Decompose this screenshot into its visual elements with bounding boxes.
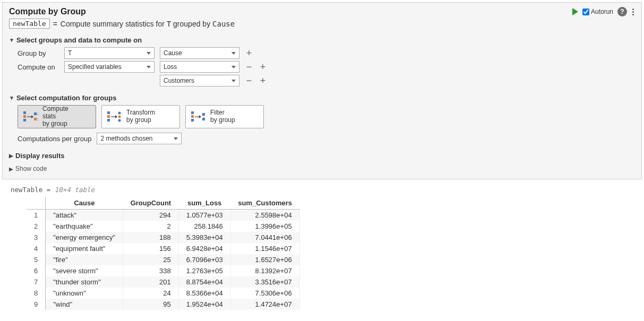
col-sumloss: sum_Loss (178, 197, 230, 210)
computeon-mode-select[interactable]: Specified variables (64, 61, 154, 73)
computeon-var2-remove-button[interactable]: − (245, 77, 253, 84)
computeon-var1-select[interactable]: Loss (160, 61, 239, 73)
output-table: Cause GroupCount sum_Loss sum_Customers … (27, 197, 300, 310)
autorun-text: Autorun (591, 8, 613, 15)
svg-rect-5 (34, 118, 37, 120)
groupby-table-select[interactable]: T (64, 47, 154, 59)
transform-icon (107, 110, 122, 123)
autorun-checkbox-label[interactable]: Autorun (582, 8, 613, 15)
svg-text:2: 2 (37, 112, 38, 116)
section-display-header[interactable]: ▶ Display results (9, 152, 635, 160)
output-header: newTable = 10×4 table (11, 186, 633, 194)
filter-mode-button[interactable]: Filterby group (185, 105, 264, 128)
table-row: 3"energy emergency"1885.3983e+047.0441e+… (27, 232, 299, 243)
subtitle-prefix: Compute summary statistics for (61, 20, 167, 28)
table-row: 2"earthquake"2258.18461.3996e+05 (27, 221, 299, 232)
computeon-var1-add-button[interactable]: + (259, 63, 267, 71)
subtitle-group: Cause (212, 20, 235, 28)
collapse-icon: ▼ (9, 37, 14, 43)
groupby-variable-select[interactable]: Cause (160, 47, 239, 59)
autorun-checkbox[interactable] (582, 8, 589, 15)
page-title: Compute by Group (9, 7, 235, 16)
table-row: 6"severe storm"3381.2763e+058.1392e+07 (27, 265, 299, 276)
table-row: 8"unknown"248.5366e+047.5306e+06 (27, 288, 299, 299)
subtitle-text: Compute summary statistics for T grouped… (61, 20, 235, 28)
table-row: 4"equipment fault"1566.9428e+041.1546e+0… (27, 243, 299, 254)
svg-rect-13 (191, 111, 194, 114)
svg-rect-3 (34, 112, 37, 115)
transform-mode-button[interactable]: Transformby group (101, 105, 180, 128)
table-row: 5"fire"256.7096e+031.6527e+06 (27, 254, 299, 265)
col-groupcount: GroupCount (123, 197, 179, 210)
svg-text:1: 1 (37, 117, 38, 121)
output-variable-box[interactable]: newTable (9, 19, 50, 29)
compute-stats-mode-button[interactable]: 2 1 Computestatsby group (18, 105, 96, 128)
section-groups-data-title: Select groups and data to compute on (16, 36, 142, 44)
section-groups-data-header[interactable]: ▼ Select groups and data to compute on (9, 36, 635, 44)
expand-icon: ▶ (9, 153, 13, 159)
computations-per-group-label: Computations per group (18, 135, 91, 143)
expand-icon: ▶ (9, 166, 13, 172)
filter-icon (191, 110, 206, 123)
subtitle-mid: grouped by (171, 20, 212, 28)
run-icon[interactable] (572, 8, 578, 15)
section-computation-title: Select computation for groups (16, 94, 117, 102)
collapse-icon: ▼ (9, 95, 14, 101)
svg-rect-1 (23, 115, 26, 118)
svg-point-11 (118, 116, 121, 118)
svg-rect-9 (107, 119, 110, 122)
computeon-var1-remove-button[interactable]: − (245, 63, 253, 71)
svg-rect-8 (107, 115, 110, 118)
col-sumcustomers: sum_Customers (230, 197, 299, 210)
compute-stats-icon: 2 1 (23, 110, 38, 123)
more-menu-icon[interactable] (631, 7, 635, 16)
show-code-label: Show code (15, 165, 47, 172)
svg-rect-0 (23, 111, 26, 114)
section-display-title: Display results (15, 152, 65, 160)
equals-sign: = (53, 20, 57, 28)
section-computation-header[interactable]: ▼ Select computation for groups (9, 94, 635, 102)
svg-point-12 (118, 119, 121, 122)
svg-rect-15 (191, 119, 194, 122)
groupby-label: Group by (18, 49, 59, 57)
svg-rect-16 (202, 113, 205, 116)
table-row: 9"wind"951.9524e+041.4724e+07 (27, 299, 299, 310)
svg-point-10 (118, 112, 121, 115)
computeon-var2-select[interactable]: Customers (160, 75, 239, 86)
groupby-add-button[interactable]: + (245, 49, 253, 57)
computeon-label: Compute on (18, 63, 59, 71)
svg-rect-17 (202, 118, 205, 120)
computeon-var2-add-button[interactable]: + (259, 77, 267, 84)
svg-rect-2 (23, 119, 26, 122)
help-icon[interactable]: ? (617, 7, 627, 16)
svg-rect-7 (107, 111, 110, 114)
show-code-toggle[interactable]: ▶ Show code (9, 165, 635, 172)
subtitle-var: T (167, 20, 171, 28)
computations-per-group-select[interactable]: 2 methods chosen (97, 133, 182, 144)
col-cause: Cause (46, 197, 123, 210)
table-row: 1"attack"2941.0577e+032.5598e+04 (27, 210, 299, 221)
table-row: 7"thunder storm"2018.8754e+043.3516e+07 (27, 276, 299, 288)
svg-rect-14 (191, 115, 194, 118)
